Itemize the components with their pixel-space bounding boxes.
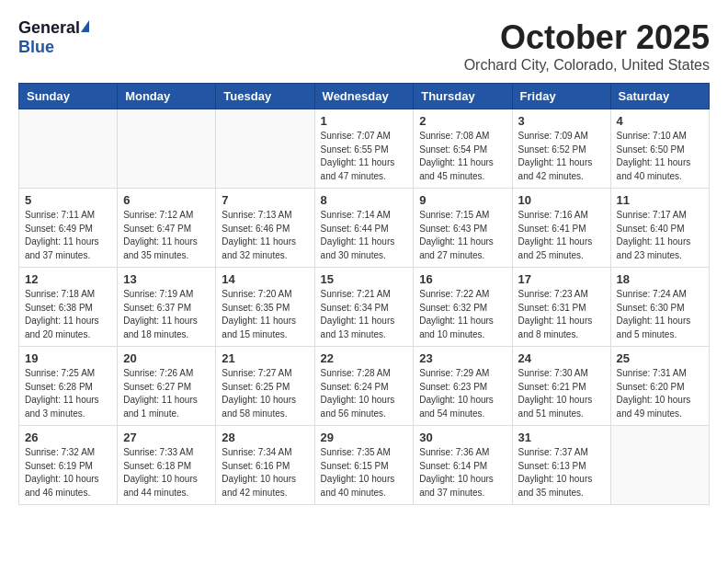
calendar-cell: 10Sunrise: 7:16 AM Sunset: 6:41 PM Dayli…	[512, 189, 610, 268]
calendar-cell: 4Sunrise: 7:10 AM Sunset: 6:50 PM Daylig…	[610, 109, 709, 189]
calendar-cell: 5Sunrise: 7:11 AM Sunset: 6:49 PM Daylig…	[19, 189, 118, 268]
day-number: 27	[123, 431, 210, 444]
calendar-cell: 26Sunrise: 7:32 AM Sunset: 6:19 PM Dayli…	[19, 426, 118, 505]
day-number: 12	[25, 272, 111, 286]
day-info: Sunrise: 7:18 AM Sunset: 6:38 PM Dayligh…	[25, 288, 111, 341]
day-info: Sunrise: 7:09 AM Sunset: 6:52 PM Dayligh…	[518, 130, 605, 183]
day-info: Sunrise: 7:29 AM Sunset: 6:23 PM Dayligh…	[419, 367, 506, 420]
calendar-week-row: 1Sunrise: 7:07 AM Sunset: 6:55 PM Daylig…	[19, 109, 710, 189]
calendar-cell: 3Sunrise: 7:09 AM Sunset: 6:52 PM Daylig…	[512, 109, 610, 189]
day-number: 31	[518, 431, 605, 444]
day-info: Sunrise: 7:08 AM Sunset: 6:54 PM Dayligh…	[419, 130, 506, 183]
calendar-cell: 25Sunrise: 7:31 AM Sunset: 6:20 PM Dayli…	[610, 347, 709, 426]
day-info: Sunrise: 7:24 AM Sunset: 6:30 PM Dayligh…	[617, 288, 703, 341]
calendar-cell: 30Sunrise: 7:36 AM Sunset: 6:14 PM Dayli…	[414, 426, 512, 505]
day-info: Sunrise: 7:11 AM Sunset: 6:49 PM Dayligh…	[25, 209, 111, 262]
day-info: Sunrise: 7:31 AM Sunset: 6:20 PM Dayligh…	[617, 367, 703, 420]
day-number: 17	[518, 272, 605, 286]
day-number: 11	[617, 193, 703, 207]
day-info: Sunrise: 7:15 AM Sunset: 6:43 PM Dayligh…	[419, 209, 506, 262]
calendar-cell: 31Sunrise: 7:37 AM Sunset: 6:13 PM Dayli…	[512, 426, 610, 505]
day-info: Sunrise: 7:22 AM Sunset: 6:32 PM Dayligh…	[419, 288, 506, 341]
day-info: Sunrise: 7:14 AM Sunset: 6:44 PM Dayligh…	[321, 209, 408, 262]
weekday-header-friday: Friday	[512, 84, 610, 109]
day-info: Sunrise: 7:33 AM Sunset: 6:18 PM Dayligh…	[123, 446, 210, 500]
calendar-week-row: 12Sunrise: 7:18 AM Sunset: 6:38 PM Dayli…	[19, 268, 710, 347]
weekday-header-thursday: Thursday	[414, 84, 512, 109]
day-info: Sunrise: 7:17 AM Sunset: 6:40 PM Dayligh…	[617, 209, 703, 262]
day-number: 16	[419, 272, 506, 286]
calendar-cell: 9Sunrise: 7:15 AM Sunset: 6:43 PM Daylig…	[414, 189, 512, 268]
calendar-cell: 7Sunrise: 7:13 AM Sunset: 6:46 PM Daylig…	[216, 189, 314, 268]
weekday-header-saturday: Saturday	[610, 84, 709, 109]
calendar-cell: 16Sunrise: 7:22 AM Sunset: 6:32 PM Dayli…	[414, 268, 512, 347]
weekday-header-tuesday: Tuesday	[216, 84, 314, 109]
calendar-cell	[610, 426, 709, 505]
calendar-week-row: 26Sunrise: 7:32 AM Sunset: 6:19 PM Dayli…	[19, 426, 710, 505]
calendar-table: SundayMondayTuesdayWednesdayThursdayFrid…	[18, 83, 710, 505]
day-number: 29	[321, 431, 408, 444]
day-number: 22	[321, 351, 408, 365]
day-number: 8	[321, 193, 408, 207]
day-info: Sunrise: 7:25 AM Sunset: 6:28 PM Dayligh…	[25, 367, 111, 420]
day-number: 4	[617, 114, 703, 128]
day-info: Sunrise: 7:30 AM Sunset: 6:21 PM Dayligh…	[518, 367, 605, 420]
weekday-header-wednesday: Wednesday	[314, 84, 414, 109]
calendar-cell: 21Sunrise: 7:27 AM Sunset: 6:25 PM Dayli…	[216, 347, 314, 426]
day-number: 13	[123, 272, 210, 286]
calendar-cell: 8Sunrise: 7:14 AM Sunset: 6:44 PM Daylig…	[314, 189, 414, 268]
day-info: Sunrise: 7:27 AM Sunset: 6:25 PM Dayligh…	[222, 367, 308, 420]
day-number: 7	[222, 193, 308, 207]
calendar-cell: 17Sunrise: 7:23 AM Sunset: 6:31 PM Dayli…	[512, 268, 610, 347]
calendar-cell: 19Sunrise: 7:25 AM Sunset: 6:28 PM Dayli…	[19, 347, 118, 426]
day-number: 30	[419, 431, 506, 444]
calendar-cell: 20Sunrise: 7:26 AM Sunset: 6:27 PM Dayli…	[118, 347, 216, 426]
day-number: 23	[419, 351, 506, 365]
day-info: Sunrise: 7:23 AM Sunset: 6:31 PM Dayligh…	[518, 288, 605, 341]
day-info: Sunrise: 7:07 AM Sunset: 6:55 PM Dayligh…	[321, 130, 408, 183]
day-info: Sunrise: 7:16 AM Sunset: 6:41 PM Dayligh…	[518, 209, 605, 262]
day-number: 19	[25, 351, 111, 365]
day-number: 26	[25, 431, 111, 444]
calendar-cell: 1Sunrise: 7:07 AM Sunset: 6:55 PM Daylig…	[314, 109, 414, 189]
day-number: 3	[518, 114, 605, 128]
day-number: 1	[321, 114, 408, 128]
calendar-cell	[19, 109, 118, 189]
calendar-cell: 11Sunrise: 7:17 AM Sunset: 6:40 PM Dayli…	[610, 189, 709, 268]
calendar-cell: 24Sunrise: 7:30 AM Sunset: 6:21 PM Dayli…	[512, 347, 610, 426]
day-info: Sunrise: 7:32 AM Sunset: 6:19 PM Dayligh…	[25, 446, 111, 500]
calendar-week-row: 19Sunrise: 7:25 AM Sunset: 6:28 PM Dayli…	[19, 347, 710, 426]
logo: General Blue	[18, 18, 89, 57]
day-number: 25	[617, 351, 703, 365]
day-info: Sunrise: 7:34 AM Sunset: 6:16 PM Dayligh…	[222, 446, 308, 500]
calendar-cell: 12Sunrise: 7:18 AM Sunset: 6:38 PM Dayli…	[19, 268, 118, 347]
logo-blue-text: Blue	[18, 38, 54, 57]
day-number: 10	[518, 193, 605, 207]
day-info: Sunrise: 7:20 AM Sunset: 6:35 PM Dayligh…	[222, 288, 308, 341]
calendar-cell: 2Sunrise: 7:08 AM Sunset: 6:54 PM Daylig…	[414, 109, 512, 189]
day-info: Sunrise: 7:19 AM Sunset: 6:37 PM Dayligh…	[123, 288, 210, 341]
day-number: 20	[123, 351, 210, 365]
calendar-cell: 23Sunrise: 7:29 AM Sunset: 6:23 PM Dayli…	[414, 347, 512, 426]
day-number: 5	[25, 193, 111, 207]
calendar-cell: 27Sunrise: 7:33 AM Sunset: 6:18 PM Dayli…	[118, 426, 216, 505]
day-info: Sunrise: 7:12 AM Sunset: 6:47 PM Dayligh…	[123, 209, 210, 262]
day-number: 2	[419, 114, 506, 128]
calendar-cell: 13Sunrise: 7:19 AM Sunset: 6:37 PM Dayli…	[118, 268, 216, 347]
day-info: Sunrise: 7:37 AM Sunset: 6:13 PM Dayligh…	[518, 446, 605, 500]
calendar-cell	[118, 109, 216, 189]
day-info: Sunrise: 7:26 AM Sunset: 6:27 PM Dayligh…	[123, 367, 210, 420]
day-info: Sunrise: 7:21 AM Sunset: 6:34 PM Dayligh…	[321, 288, 408, 341]
page-header: General Blue October 2025 Orchard City, …	[18, 18, 710, 74]
calendar-cell: 6Sunrise: 7:12 AM Sunset: 6:47 PM Daylig…	[118, 189, 216, 268]
calendar-header-row: SundayMondayTuesdayWednesdayThursdayFrid…	[19, 84, 710, 109]
day-number: 21	[222, 351, 308, 365]
calendar-cell: 18Sunrise: 7:24 AM Sunset: 6:30 PM Dayli…	[610, 268, 709, 347]
month-title: October 2025	[464, 18, 710, 57]
location-text: Orchard City, Colorado, United States	[464, 57, 710, 74]
logo-general-text: General	[18, 18, 80, 38]
day-number: 6	[123, 193, 210, 207]
day-info: Sunrise: 7:35 AM Sunset: 6:15 PM Dayligh…	[321, 446, 408, 500]
calendar-cell: 22Sunrise: 7:28 AM Sunset: 6:24 PM Dayli…	[314, 347, 414, 426]
calendar-cell: 29Sunrise: 7:35 AM Sunset: 6:15 PM Dayli…	[314, 426, 414, 505]
